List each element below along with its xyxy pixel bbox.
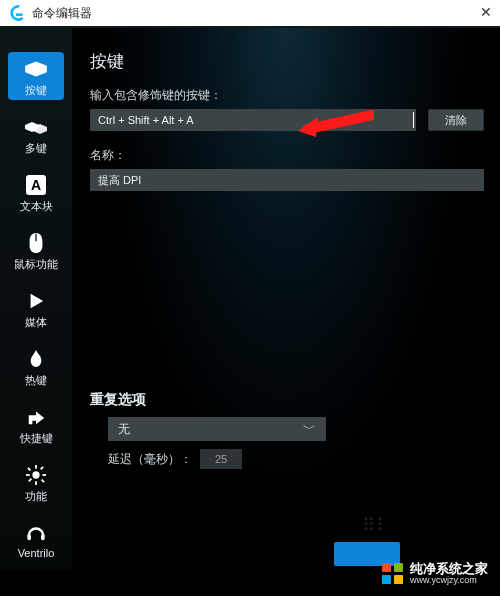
chevron-down-icon: ﹀ <box>303 420 316 438</box>
mouse-icon <box>23 232 49 254</box>
sidebar-item-shortcut[interactable]: 快捷键 <box>8 400 64 448</box>
sidebar-item-label: 多键 <box>25 141 47 156</box>
svg-rect-11 <box>28 478 32 482</box>
sidebar-item-multikey[interactable]: 多键 <box>8 110 64 158</box>
headset-icon <box>23 522 49 544</box>
arrow-shortcut-icon <box>23 406 49 428</box>
sidebar-item-label: 文本块 <box>20 199 53 214</box>
delay-label: 延迟（毫秒）： <box>108 451 192 468</box>
app-shell: 按键 多键 A 文本块 鼠标功能 媒体 <box>0 26 500 570</box>
watermark: 纯净系统之家 www.ycwjzy.com <box>376 558 494 590</box>
decorative-dots-icon: ⠿⠇ <box>362 514 390 536</box>
svg-rect-5 <box>35 481 37 485</box>
page-title: 按键 <box>90 50 484 73</box>
main-panel: 按键 输入包含修饰键的按键： Ctrl + Shift + Alt + A 清除… <box>72 28 500 570</box>
sidebar-item-label: Ventrilo <box>18 547 55 559</box>
sidebar: 按键 多键 A 文本块 鼠标功能 媒体 <box>0 28 72 570</box>
name-input[interactable]: 提高 DPI <box>90 169 484 191</box>
sidebar-item-keystroke[interactable]: 按键 <box>8 52 64 100</box>
name-field-label: 名称： <box>90 147 484 164</box>
svg-rect-8 <box>27 467 31 471</box>
window-title: 命令编辑器 <box>32 5 92 22</box>
sidebar-item-label: 鼠标功能 <box>14 257 58 272</box>
sidebar-item-function[interactable]: 功能 <box>8 458 64 506</box>
repeat-section-title: 重复选项 <box>90 391 484 409</box>
play-icon <box>23 290 49 312</box>
sidebar-item-label: 媒体 <box>25 315 47 330</box>
sidebar-item-label: 按键 <box>25 83 47 98</box>
watermark-title: 纯净系统之家 <box>410 562 488 576</box>
text-a-icon: A <box>23 174 49 196</box>
sidebar-item-label: 热键 <box>25 373 47 388</box>
keycap-icon <box>23 58 49 80</box>
svg-text:A: A <box>31 177 41 193</box>
multikey-icon <box>23 116 49 138</box>
keystroke-input[interactable]: Ctrl + Shift + Alt + A <box>90 109 416 131</box>
sidebar-item-textblock[interactable]: A 文本块 <box>8 168 64 216</box>
sidebar-item-ventrilo[interactable]: Ventrilo <box>8 516 64 561</box>
sidebar-item-media[interactable]: 媒体 <box>8 284 64 332</box>
repeat-select[interactable]: 无 ﹀ <box>108 417 326 441</box>
sidebar-item-label: 快捷键 <box>20 431 53 446</box>
repeat-select-value: 无 <box>118 421 130 438</box>
svg-rect-6 <box>26 474 30 476</box>
sidebar-item-label: 功能 <box>25 489 47 504</box>
gear-icon <box>23 464 49 486</box>
svg-rect-13 <box>41 534 45 540</box>
svg-rect-7 <box>42 474 46 476</box>
logitech-g-logo-icon <box>6 3 26 23</box>
close-icon[interactable]: ✕ <box>480 4 492 20</box>
watermark-url: www.ycwjzy.com <box>410 576 488 586</box>
sidebar-item-hotkey[interactable]: 热键 <box>8 342 64 390</box>
titlebar: 命令编辑器 ✕ <box>0 0 500 26</box>
svg-rect-9 <box>41 479 45 483</box>
svg-point-3 <box>32 471 39 478</box>
svg-rect-12 <box>27 534 31 540</box>
svg-rect-4 <box>35 465 37 469</box>
clear-button[interactable]: 清除 <box>428 109 484 131</box>
svg-rect-10 <box>40 466 44 470</box>
delay-input[interactable]: 25 <box>200 449 242 469</box>
windows-flag-icon <box>382 563 404 585</box>
keystroke-field-label: 输入包含修饰键的按键： <box>90 87 484 104</box>
sidebar-item-mouse[interactable]: 鼠标功能 <box>8 226 64 274</box>
flame-icon <box>23 348 49 370</box>
